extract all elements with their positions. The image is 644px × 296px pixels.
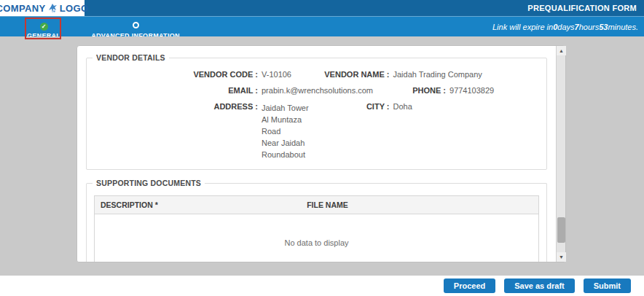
documents-table: DESCRIPTION * FILE NAME No data to displ… — [94, 195, 539, 262]
address-line-1: Jaidah Tower — [262, 102, 317, 114]
vendor-details-group: VENDOR DETAILS VENDOR CODE : V-10106 VEN… — [86, 58, 547, 170]
field-vendor-code: VENDOR CODE : V-10106 — [94, 70, 317, 79]
field-address: ADDRESS : Jaidah Tower Al Muntaza Road N… — [94, 102, 317, 160]
column-header-file-name[interactable]: FILE NAME — [301, 196, 538, 214]
expiry-minutes: 53 — [599, 23, 608, 31]
empty-circle-icon — [133, 22, 139, 28]
field-vendor-name: VENDOR NAME : Jaidah Trading Company — [317, 70, 540, 79]
documents-table-header-row: DESCRIPTION * FILE NAME — [95, 196, 539, 214]
city-value: Doha — [393, 102, 540, 111]
company-logo-text-right: LOGO — [60, 3, 89, 14]
vendor-code-value: V-10106 — [262, 70, 317, 79]
company-logo-text-left: COMPANY — [0, 3, 46, 14]
phone-label: PHONE : — [373, 86, 449, 95]
no-data-message: No data to display — [95, 214, 539, 262]
link-expiry-message: Link will expire in ​ 0​ days ​ 7​ hours… — [492, 17, 638, 36]
expiry-prefix: Link will expire in — [492, 23, 553, 31]
documents-table-empty-row: No data to display — [95, 214, 539, 262]
field-phone: PHONE : 9774103829 — [373, 86, 539, 95]
scrollbar-thumb[interactable] — [557, 217, 565, 243]
workspace-background: VENDOR DETAILS VENDOR CODE : V-10106 VEN… — [0, 36, 644, 276]
check-circle-icon: ✓ — [40, 23, 48, 31]
scroll-down-button[interactable]: ▼ — [557, 252, 566, 262]
page-title: PREQUALIFICATION FORM — [527, 0, 644, 16]
column-header-description[interactable]: DESCRIPTION * — [95, 196, 302, 214]
vendor-code-label: VENDOR CODE : — [94, 70, 262, 79]
submit-button[interactable]: Submit — [584, 279, 631, 293]
footer-action-bar: Proceed Save as draft Submit — [0, 276, 644, 296]
vertical-scrollbar[interactable]: ▲ ▼ — [556, 46, 565, 262]
city-label: CITY : — [317, 102, 393, 111]
vendor-name-label: VENDOR NAME : — [317, 70, 393, 79]
address-line-2: Al Muntaza Road — [262, 114, 317, 137]
vendor-details-legend: VENDOR DETAILS — [93, 53, 169, 62]
company-logo-icon — [48, 3, 58, 14]
proceed-button[interactable]: Proceed — [444, 279, 495, 293]
supporting-documents-legend: SUPPORTING DOCUMENTS — [93, 179, 205, 187]
save-as-draft-button[interactable]: Save as draft — [504, 279, 574, 293]
email-label: EMAIL : — [94, 86, 262, 95]
phone-value: 9774103829 — [449, 86, 539, 95]
top-bar: COMPANY LOGO PREQUALIFICATION FORM — [0, 0, 644, 16]
field-city: CITY : Doha — [317, 102, 540, 160]
address-line-3: Near Jaidah Roundabout — [262, 137, 317, 160]
supporting-documents-group: SUPPORTING DOCUMENTS DESCRIPTION * FILE … — [86, 183, 547, 262]
email-value: prabin.k@wrenchsolutions.com — [262, 86, 373, 95]
step-nav-bar: ✓ GENERAL ADVANCED INFORMATION Link will… — [0, 16, 644, 36]
form-panel: VENDOR DETAILS VENDOR CODE : V-10106 VEN… — [76, 45, 566, 262]
company-logo: COMPANY LOGO — [0, 0, 85, 16]
address-label: ADDRESS : — [94, 102, 262, 111]
scroll-up-button[interactable]: ▲ — [557, 46, 566, 55]
address-value: Jaidah Tower Al Muntaza Road Near Jaidah… — [262, 102, 317, 160]
vendor-name-value: Jaidah Trading Company — [393, 70, 540, 79]
field-email: EMAIL : prabin.k@wrenchsolutions.com — [94, 86, 373, 95]
